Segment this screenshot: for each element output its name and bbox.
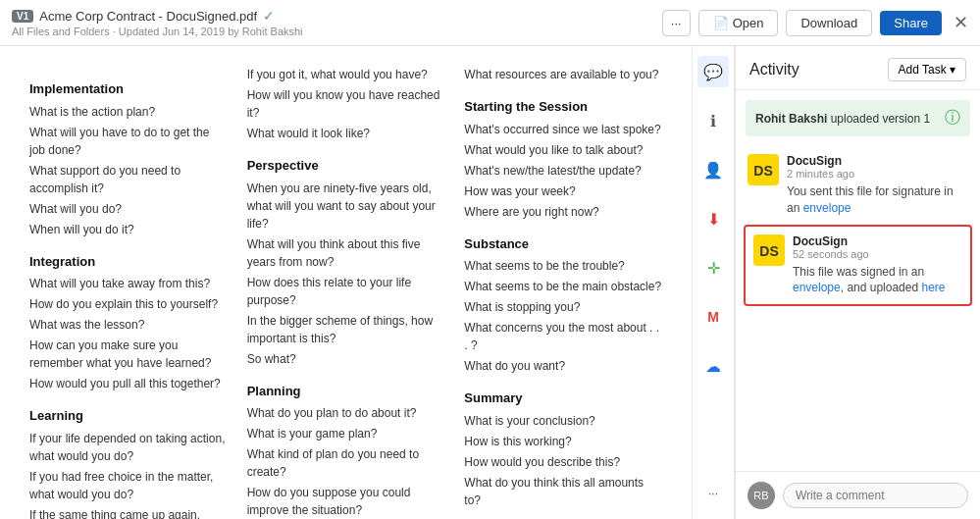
envelope-link-2[interactable]: envelope	[793, 281, 841, 294]
svg-text:DS: DS	[759, 243, 778, 259]
download-button[interactable]: Download	[786, 10, 872, 36]
doc-text: What's new/the latest/the update?	[464, 162, 662, 180]
docusign-avatar-2: DS	[753, 234, 785, 266]
doc-column-2: If you got it, what would you have? How …	[247, 66, 445, 519]
doc-text: What do you think this all amounts to?	[464, 474, 662, 509]
doc-column-1: Implementation What is the action plan? …	[29, 66, 228, 519]
activity-message-2: This file was signed in an envelope, and…	[793, 264, 962, 297]
activity-title: Activity	[749, 61, 799, 78]
open-icon: 📄	[713, 16, 729, 30]
doc-text: What do you plan to do about it?	[247, 404, 445, 422]
doc-text: If your life depended on taking action, …	[29, 430, 228, 465]
activity-item-2: DS DocuSign 52 seconds ago This file was…	[744, 225, 972, 307]
docusign-avatar-1: DS	[748, 154, 779, 185]
gmail-icon-button[interactable]: M	[697, 301, 729, 333]
upload-notice-icon: ⓘ	[945, 108, 960, 129]
doc-text: What is stopping you?	[464, 298, 662, 316]
share-button[interactable]: Share	[880, 11, 942, 35]
activity-item-1: DS DocuSign 2 minutes ago You sent this …	[736, 146, 980, 225]
header-left: V1 Acme Corp Contract - DocuSigned.pdf ✓…	[12, 8, 662, 37]
doc-text: If the same thing came up again, what wo…	[29, 506, 228, 520]
activity-sender-name-2: DocuSign	[793, 234, 962, 248]
doc-text: Where are you right now?	[464, 203, 662, 221]
info-icon-button[interactable]: ℹ	[697, 105, 729, 136]
doc-text: What seems to be the main obstacle?	[464, 278, 662, 295]
file-title: Acme Corp Contract - DocuSigned.pdf	[39, 9, 257, 24]
comment-area: RB	[736, 471, 980, 519]
doc-text: If you got it, what would you have?	[247, 66, 445, 83]
header-actions: ··· 📄 Open Download Share ✕	[662, 10, 968, 36]
doc-text: How do you suppose you could improve the…	[247, 484, 445, 519]
doc-text: What would it look like?	[247, 125, 445, 142]
doc-text: How would you describe this?	[464, 453, 662, 471]
doc-text: In the bigger scheme of things, how impo…	[247, 312, 445, 347]
doc-text: What is the action plan?	[29, 103, 228, 121]
doc-text: What is your game plan?	[247, 425, 445, 442]
activity-body-2: DocuSign 52 seconds ago This file was si…	[793, 234, 962, 297]
open-button[interactable]: 📄 Open	[698, 10, 779, 36]
doc-column-3: What resources are available to you? Sta…	[464, 66, 662, 519]
activity-sender-name-1: DocuSign	[787, 154, 968, 168]
doc-text: So what?	[247, 350, 445, 368]
doc-text: What is your conclusion?	[464, 412, 662, 430]
header: V1 Acme Corp Contract - DocuSigned.pdf ✓…	[0, 0, 980, 46]
doc-text: How is this working?	[464, 433, 662, 450]
doc-text: What resources are available to you?	[464, 66, 662, 83]
section-title-starting: Starting the Session	[464, 97, 662, 117]
section-title-summary: Summary	[464, 389, 662, 408]
commenter-initials: RB	[753, 490, 768, 501]
section-title-substance: Substance	[464, 234, 662, 254]
header-subtitle: All Files and Folders · Updated Jun 14, …	[12, 26, 662, 37]
uploader-name: Rohit Bakshi	[755, 112, 827, 126]
doc-text: What will you have to do to get the job …	[29, 124, 228, 159]
header-title: V1 Acme Corp Contract - DocuSigned.pdf ✓	[12, 8, 662, 24]
download-icon-button[interactable]: ⬇	[697, 203, 729, 234]
activity-header: Activity Add Task ▾	[736, 46, 980, 90]
here-link[interactable]: here	[921, 281, 945, 294]
doc-text: What will you think about this five year…	[247, 235, 445, 271]
activity-content: Rohit Bakshi uploaded version 1 ⓘ DS Doc…	[736, 90, 980, 471]
more-strip-button[interactable]: ···	[697, 478, 729, 509]
doc-text: When you are ninety-five years old, what…	[247, 180, 445, 233]
section-title-perspective: Perspective	[247, 156, 445, 176]
doc-text: How was your week?	[464, 182, 662, 200]
main-content: Implementation What is the action plan? …	[0, 46, 980, 519]
upload-notice: Rohit Bakshi uploaded version 1 ⓘ	[746, 100, 970, 136]
document-area: Implementation What is the action plan? …	[0, 46, 692, 519]
section-title-planning: Planning	[247, 382, 445, 401]
activity-time-1: 2 minutes ago	[787, 168, 968, 180]
cloud-icon-button[interactable]: ☁	[697, 350, 729, 382]
section-title-implementation: Implementation	[29, 79, 228, 99]
doc-text: How can you make sure you remember what …	[29, 337, 228, 372]
chat-icon-button[interactable]: 💬	[697, 56, 729, 87]
commenter-avatar: RB	[748, 482, 775, 509]
activity-message-1: You sent this file for signature in an e…	[787, 183, 968, 217]
doc-text: How does this relate to your life purpos…	[247, 274, 445, 309]
section-title-learning: Learning	[29, 406, 228, 426]
doc-text: How do you explain this to yourself?	[29, 295, 228, 313]
activity-body-1: DocuSign 2 minutes ago You sent this fil…	[787, 154, 968, 217]
comment-input[interactable]	[783, 483, 968, 508]
doc-text: How would you pull all this together?	[29, 375, 228, 392]
doc-text: What will you take away from this?	[29, 275, 228, 292]
add-task-button[interactable]: Add Task ▾	[888, 58, 966, 81]
add-icon-button[interactable]: ✛	[697, 252, 729, 284]
doc-text: What seems to be the trouble?	[464, 257, 662, 275]
doc-text: What would you like to talk about?	[464, 141, 662, 159]
activity-panel: Activity Add Task ▾ Rohit Bakshi uploade…	[735, 46, 980, 519]
close-button[interactable]: ✕	[954, 12, 968, 33]
person-icon-button[interactable]: 👤	[697, 154, 729, 185]
more-options-button[interactable]: ···	[662, 10, 691, 36]
upload-notice-text: Rohit Bakshi uploaded version 1	[755, 112, 930, 126]
envelope-link-1[interactable]: envelope	[803, 201, 851, 215]
open-label: Open	[733, 16, 764, 30]
doc-text: What was the lesson?	[29, 316, 228, 334]
doc-text: If you had free choice in the matter, wh…	[29, 468, 228, 503]
doc-text: What will you do?	[29, 200, 228, 218]
doc-text: What do you want?	[464, 357, 662, 375]
doc-text: What's occurred since we last spoke?	[464, 121, 662, 138]
version-badge: V1	[12, 10, 33, 23]
section-title-integration: Integration	[29, 252, 228, 272]
doc-text: What kind of plan do you need to create?	[247, 445, 445, 481]
icon-strip: 💬 ℹ 👤 ⬇ ✛ M ☁ ···	[692, 46, 735, 519]
